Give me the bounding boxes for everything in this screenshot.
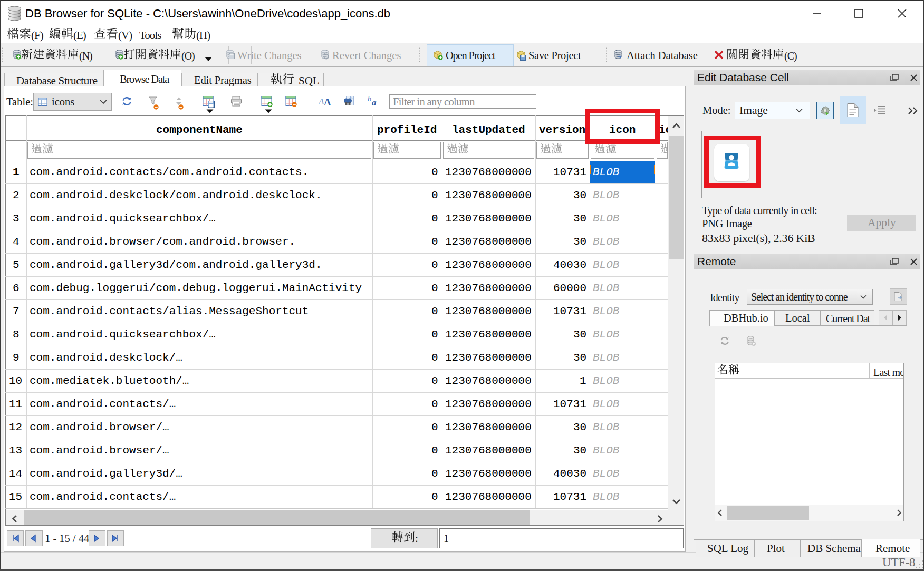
svg-text:A: A — [324, 96, 331, 107]
svg-text:a: a — [372, 98, 377, 108]
svg-text:b: b — [368, 95, 371, 103]
